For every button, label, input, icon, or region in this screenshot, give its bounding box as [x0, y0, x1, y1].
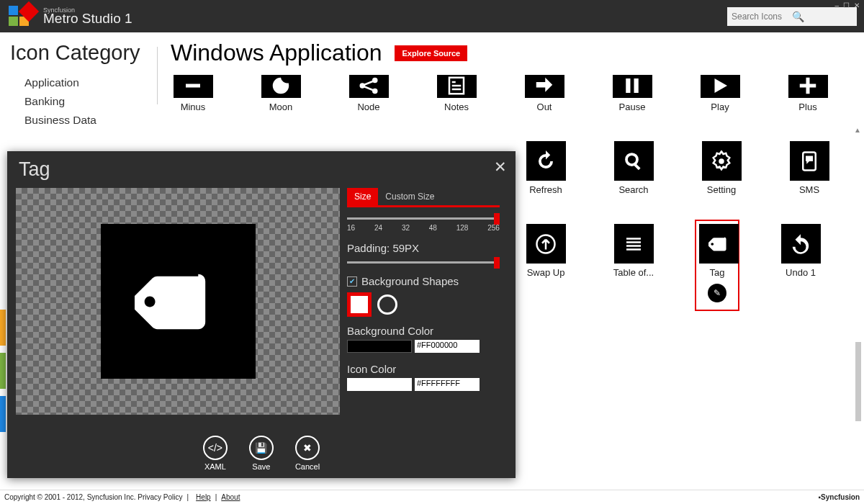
pause-icon [621, 75, 643, 96]
icon-item-tag[interactable]: Tag✎ [695, 220, 739, 311]
icon-preview [16, 188, 340, 415]
sidebar-item-businessdata[interactable]: Business Data [24, 111, 147, 130]
icon-label: Play [698, 102, 742, 112]
side-markers [0, 310, 6, 439]
maximize-button[interactable]: ☐ [843, 1, 850, 9]
table-icon [623, 233, 644, 255]
padding-slider[interactable] [347, 261, 500, 264]
tag-icon [135, 258, 221, 345]
swapup-icon [535, 233, 557, 255]
icon-label: SMS [787, 184, 832, 195]
logo-icon [9, 6, 30, 27]
icon-edit-dialog: Tag ✕ Size Custom Size 16 24 32 48 128 2… [7, 151, 516, 478]
shape-circle-outline[interactable] [377, 294, 397, 315]
icon-color-swatch[interactable] [347, 378, 412, 391]
size-tabs: Size Custom Size [347, 188, 500, 207]
bg-color-label: Background Color [347, 325, 500, 337]
icon-item-play[interactable]: Play [698, 75, 742, 112]
tab-custom-size[interactable]: Custom Size [378, 188, 441, 205]
close-button[interactable]: ✕ [854, 1, 860, 9]
size-slider[interactable] [347, 217, 500, 220]
dialog-close-button[interactable]: ✕ [494, 158, 507, 176]
checkmark-icon: ✔ [347, 276, 357, 287]
icon-label: Notes [434, 102, 479, 112]
sidebar-item-application[interactable]: Application [24, 73, 147, 92]
xaml-button[interactable]: </>XAML [203, 436, 228, 471]
icon-label: Pause [610, 102, 654, 112]
window-controls: – ☐ ✕ [834, 1, 860, 9]
icon-label: Moon [258, 102, 303, 112]
icon-item-undo[interactable]: Undo 1 [778, 224, 823, 278]
icon-label: Tag [699, 267, 735, 278]
moon-icon [270, 75, 292, 96]
icon-item-table[interactable]: Table of... [611, 224, 656, 278]
dialog-title: Tag [7, 151, 516, 188]
icon-item-plus[interactable]: Plus [786, 75, 830, 112]
icon-item-moon[interactable]: Moon [258, 75, 303, 112]
footer: Copyright © 2001 - 2012, Syncfusion Inc.… [0, 490, 864, 504]
brand: Syncfusion Metro Studio 1 [43, 6, 132, 27]
minimize-button[interactable]: – [834, 1, 839, 9]
bg-color-input[interactable]: #FF000000 [415, 340, 480, 353]
icon-color-label: Icon Color [347, 363, 500, 375]
help-link[interactable]: Help [196, 493, 211, 501]
page-title: Windows Application [171, 40, 382, 66]
tag-icon [708, 233, 730, 255]
padding-label: Padding: 59PX [347, 242, 500, 254]
syncfusion-logo: ▪Syncfusion [819, 493, 860, 501]
notes-icon [446, 75, 467, 96]
icon-label: Setting [699, 184, 744, 195]
save-button[interactable]: 💾Save [249, 436, 274, 471]
node-icon [358, 75, 379, 96]
icon-item-pause[interactable]: Pause [610, 75, 654, 112]
minus-icon [182, 75, 204, 96]
icon-item-node[interactable]: Node [346, 75, 391, 112]
icon-item-setting[interactable]: Setting [699, 141, 744, 195]
icon-label: Node [346, 102, 391, 112]
sms-icon [798, 150, 820, 172]
icon-label: Undo 1 [778, 267, 823, 278]
sidebar-title: Icon Category [10, 41, 147, 65]
icon-color-input[interactable]: #FFFFFFFF [415, 378, 480, 391]
play-icon [709, 75, 731, 96]
icon-item-out[interactable]: Out [522, 75, 567, 112]
about-link[interactable]: About [221, 493, 240, 501]
bg-shapes-checkbox[interactable]: ✔ Background Shapes [347, 275, 500, 287]
icon-item-swapup[interactable]: Swap Up [523, 224, 568, 278]
icon-item-sms[interactable]: SMS [787, 141, 832, 195]
icon-label: Search [611, 184, 656, 195]
icon-item-minus[interactable]: Minus [171, 75, 215, 112]
setting-icon [711, 150, 732, 172]
search-input[interactable]: Search Icons 🔍 [727, 7, 857, 26]
app-header: Syncfusion Metro Studio 1 Search Icons 🔍… [0, 0, 864, 32]
bg-color-swatch[interactable] [347, 340, 412, 353]
refresh-icon [535, 150, 557, 172]
tab-size[interactable]: Size [347, 188, 378, 205]
copyright: Copyright © 2001 - 2012, Syncfusion Inc.… [4, 493, 183, 501]
icon-label: Swap Up [523, 267, 568, 278]
scrollbar[interactable] [855, 342, 861, 421]
search-placeholder: Search Icons [732, 12, 792, 22]
search-icon[interactable]: 🔍 [792, 11, 852, 22]
explore-source-button[interactable]: Explore Source [395, 45, 467, 61]
sidebar-item-banking[interactable]: Banking [24, 92, 147, 111]
icon-label: Table of... [611, 267, 656, 278]
caret-up-icon[interactable]: ▲ [854, 126, 861, 134]
shape-square-selected[interactable] [347, 292, 372, 317]
icon-item-refresh[interactable]: Refresh [523, 141, 568, 195]
search-icon [623, 150, 644, 172]
icon-label: Plus [786, 102, 830, 112]
icon-label: Minus [171, 102, 215, 112]
plus-icon [797, 75, 819, 96]
icon-item-notes[interactable]: Notes [434, 75, 479, 112]
undo-icon [790, 233, 811, 255]
edit-icon[interactable]: ✎ [708, 284, 726, 302]
icon-item-search[interactable]: Search [611, 141, 656, 195]
icon-label: Out [522, 102, 567, 112]
icon-label: Refresh [523, 184, 568, 195]
out-icon [534, 75, 555, 96]
cancel-button[interactable]: ✖Cancel [295, 436, 320, 471]
